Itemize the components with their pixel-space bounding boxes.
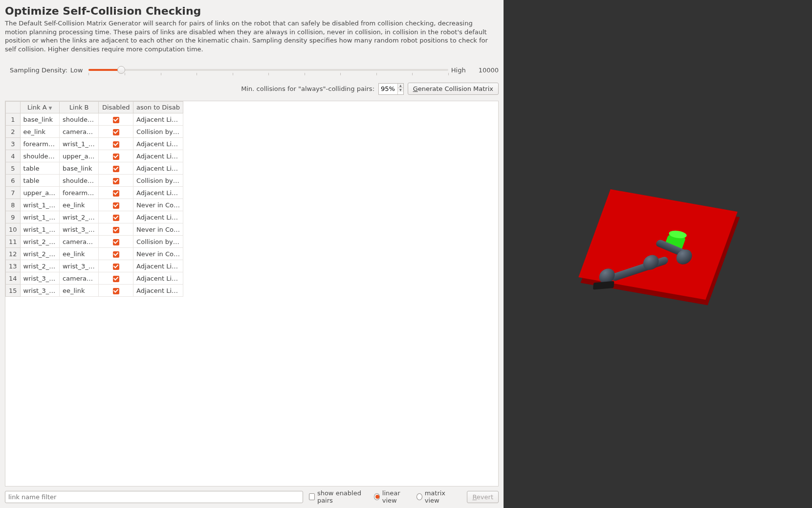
cell-disabled[interactable]: [99, 260, 133, 272]
cell-link-a[interactable]: wrist_3_link: [20, 285, 59, 297]
table-row[interactable]: 2ee_linkcamera_linkCollision by…: [6, 126, 183, 138]
cell-rownum: 9: [6, 211, 21, 223]
cell-link-a[interactable]: wrist_1_link: [20, 199, 59, 211]
cell-reason[interactable]: Adjacent Li…: [133, 162, 183, 175]
cell-link-b[interactable]: ee_link: [59, 248, 98, 260]
spin-up-icon[interactable]: ▲: [398, 84, 403, 88]
cell-link-b[interactable]: ee_link: [59, 285, 98, 297]
cell-disabled[interactable]: [99, 187, 133, 199]
cell-disabled[interactable]: [99, 126, 133, 138]
collision-table-scroll[interactable]: Link A▼ Link B Disabled ason to Disab 1b…: [5, 101, 498, 486]
cell-link-a[interactable]: table: [20, 175, 59, 187]
cell-link-b[interactable]: ee_link: [59, 199, 98, 211]
min-collisions-input[interactable]: [379, 84, 397, 94]
header-link-a[interactable]: Link A▼: [20, 102, 59, 113]
cell-disabled[interactable]: [99, 248, 133, 260]
spin-down-icon[interactable]: ▼: [398, 88, 403, 92]
cell-link-b[interactable]: wrist_3_link: [59, 223, 98, 236]
table-row[interactable]: 11wrist_2_linkcamera_linkCollision by…: [6, 236, 183, 248]
cell-link-b[interactable]: upper_arm…: [59, 150, 98, 162]
cell-link-b[interactable]: shoulder_link: [59, 113, 98, 126]
cell-disabled[interactable]: [99, 150, 133, 162]
table-row[interactable]: 14wrist_3_linkcamera_linkAdjacent Li…: [6, 272, 183, 285]
cell-link-b[interactable]: wrist_1_link: [59, 138, 98, 150]
cell-disabled[interactable]: [99, 162, 133, 175]
cell-link-a[interactable]: wrist_2_link: [20, 248, 59, 260]
cell-link-a[interactable]: shoulder_link: [20, 150, 59, 162]
cell-link-a[interactable]: wrist_1_link: [20, 223, 59, 236]
table-row[interactable]: 1base_linkshoulder_linkAdjacent Li…: [6, 113, 183, 126]
cell-link-a[interactable]: upper_arm…: [20, 187, 59, 199]
cell-link-a[interactable]: table: [20, 162, 59, 175]
cell-reason[interactable]: Adjacent Li…: [133, 272, 183, 285]
viewport-3d[interactable]: [504, 0, 812, 508]
cell-rownum: 8: [6, 199, 21, 211]
cell-link-b[interactable]: forearm_link: [59, 187, 98, 199]
cell-reason[interactable]: Adjacent Li…: [133, 285, 183, 297]
table-row[interactable]: 3forearm_linkwrist_1_linkAdjacent Li…: [6, 138, 183, 150]
cell-link-a[interactable]: ee_link: [20, 126, 59, 138]
header-rownum[interactable]: [6, 102, 21, 113]
cell-link-b[interactable]: shoulder_link: [59, 175, 98, 187]
table-row[interactable]: 8wrist_1_linkee_linkNever in Co…: [6, 199, 183, 211]
cell-link-a[interactable]: wrist_2_link: [20, 260, 59, 272]
cell-disabled[interactable]: [99, 223, 133, 236]
cell-reason[interactable]: Never in Co…: [133, 248, 183, 260]
revert-button[interactable]: Revert: [467, 491, 499, 503]
table-row[interactable]: 7upper_arm…forearm_linkAdjacent Li…: [6, 187, 183, 199]
sampling-density-slider[interactable]: [88, 65, 448, 75]
header-link-b[interactable]: Link B: [59, 102, 98, 113]
cell-reason[interactable]: Adjacent Li…: [133, 211, 183, 223]
cell-link-a[interactable]: wrist_2_link: [20, 236, 59, 248]
table-row[interactable]: 12wrist_2_linkee_linkNever in Co…: [6, 248, 183, 260]
table-row[interactable]: 10wrist_1_linkwrist_3_linkNever in Co…: [6, 223, 183, 236]
generate-collision-matrix-button[interactable]: Generate Collision Matrix: [408, 83, 499, 95]
cell-reason[interactable]: Adjacent Li…: [133, 113, 183, 126]
cell-link-a[interactable]: wrist_3_link: [20, 272, 59, 285]
cell-link-b[interactable]: camera_link: [59, 272, 98, 285]
cell-link-a[interactable]: forearm_link: [20, 138, 59, 150]
show-enabled-pairs-checkbox[interactable]: show enabled pairs: [309, 489, 368, 504]
cell-reason[interactable]: Adjacent Li…: [133, 150, 183, 162]
cell-disabled[interactable]: [99, 211, 133, 223]
cell-disabled[interactable]: [99, 175, 133, 187]
table-row[interactable]: 15wrist_3_linkee_linkAdjacent Li…: [6, 285, 183, 297]
check-icon: [113, 251, 119, 258]
show-enabled-checkbox-input[interactable]: [309, 493, 315, 500]
cell-reason[interactable]: Never in Co…: [133, 199, 183, 211]
matrix-view-radio-input[interactable]: [417, 493, 422, 500]
cell-link-a[interactable]: wrist_1_link: [20, 211, 59, 223]
cell-reason[interactable]: Collision by…: [133, 236, 183, 248]
matrix-view-radio[interactable]: matrix view: [417, 489, 456, 504]
cell-reason[interactable]: Adjacent Li…: [133, 187, 183, 199]
cell-reason[interactable]: Adjacent Li…: [133, 260, 183, 272]
link-name-filter-input[interactable]: [5, 491, 303, 503]
cell-link-b[interactable]: base_link: [59, 162, 98, 175]
header-reason[interactable]: ason to Disab: [133, 102, 183, 113]
cell-reason[interactable]: Collision by…: [133, 175, 183, 187]
table-row[interactable]: 9wrist_1_linkwrist_2_linkAdjacent Li…: [6, 211, 183, 223]
cell-link-b[interactable]: wrist_3_link: [59, 260, 98, 272]
cell-reason[interactable]: Adjacent Li…: [133, 138, 183, 150]
linear-view-label: linear view: [382, 489, 411, 504]
cell-disabled[interactable]: [99, 199, 133, 211]
min-collisions-spinbox[interactable]: ▲ ▼: [378, 83, 404, 95]
cell-link-b[interactable]: wrist_2_link: [59, 211, 98, 223]
cell-disabled[interactable]: [99, 113, 133, 126]
cell-disabled[interactable]: [99, 285, 133, 297]
cell-reason[interactable]: Collision by…: [133, 126, 183, 138]
cell-disabled[interactable]: [99, 138, 133, 150]
cell-disabled[interactable]: [99, 272, 133, 285]
table-row[interactable]: 4shoulder_linkupper_arm…Adjacent Li…: [6, 150, 183, 162]
table-row[interactable]: 5tablebase_linkAdjacent Li…: [6, 162, 183, 175]
table-row[interactable]: 13wrist_2_linkwrist_3_linkAdjacent Li…: [6, 260, 183, 272]
header-disabled[interactable]: Disabled: [99, 102, 133, 113]
cell-link-b[interactable]: camera_link: [59, 126, 98, 138]
cell-link-b[interactable]: camera_link: [59, 236, 98, 248]
linear-view-radio-input[interactable]: [374, 493, 380, 500]
table-row[interactable]: 6tableshoulder_linkCollision by…: [6, 175, 183, 187]
cell-link-a[interactable]: base_link: [20, 113, 59, 126]
linear-view-radio[interactable]: linear view: [374, 489, 411, 504]
cell-disabled[interactable]: [99, 236, 133, 248]
cell-reason[interactable]: Never in Co…: [133, 223, 183, 236]
